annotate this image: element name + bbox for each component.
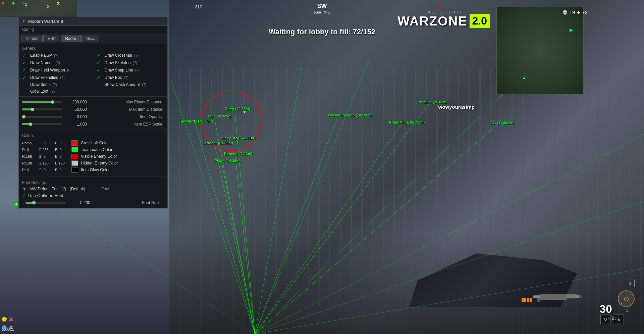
slider-track-fs[interactable]: [25, 202, 66, 204]
color-g-item-glow: G: 0: [39, 168, 54, 172]
slider-thumb-mid[interactable]: [31, 108, 34, 111]
colors-section: Colors R:255 G: 0 B: 0 Crosshair Color R…: [19, 132, 167, 175]
section-general-label: General: [19, 44, 167, 52]
swatch-item-glow[interactable]: [71, 167, 78, 173]
tab-aimbot[interactable]: Aimbot: [21, 35, 43, 42]
slider-thumb-io[interactable]: [22, 115, 25, 118]
game-scene: [169, 0, 644, 334]
option-draw-snap-line: ✓ Draw Snap Line (?): [93, 66, 168, 74]
option-draw-crosshair: ✓ Draw Crosshair (?): [93, 52, 168, 59]
label-glow-loot: Glow Loot: [30, 89, 48, 94]
slider-label-fs: Font Size: [93, 200, 161, 205]
hint-draw-names: (?): [55, 61, 60, 65]
color-r-teammates: R: 0: [22, 148, 37, 152]
slider-label-io: Item Opacity: [90, 114, 164, 119]
slider-value-fs: 0.230: [68, 200, 90, 205]
slider-track-io[interactable]: [22, 116, 62, 118]
slider-label-ies: Item ESP Scale: [90, 122, 164, 127]
slider-value-mid: 50.000: [65, 107, 87, 112]
swatch-hidden-enemy[interactable]: [71, 160, 78, 166]
slider-max-item-dist: 50.000 Max Item Distance: [19, 106, 167, 113]
slider-value-mpd: 200.000: [65, 100, 87, 104]
font-name-display: MW Default Font 12pt (Default): [30, 187, 85, 191]
check-draw-box: ✓: [97, 75, 103, 80]
font-settings-title: Font Settings: [22, 180, 164, 185]
slider-font-size: 0.230 Font Size: [22, 199, 164, 206]
color-row-crosshair: R:255 G: 0 B: 0 Crosshair Color: [22, 140, 164, 146]
outline-row: ✓ Use Outlined Font: [22, 192, 164, 199]
panel-title: Modern Warfare II: [28, 19, 63, 24]
slider-track-ies[interactable]: [22, 123, 62, 125]
options-col-left: ✓ Enable ESP (?) ✓ Draw Names (?) ✓ Draw…: [19, 52, 93, 95]
slider-track-mpd[interactable]: [22, 101, 62, 103]
color-b-item-glow: B: 0: [55, 168, 70, 172]
color-b-visible-enemy: B: 0: [55, 154, 70, 158]
hint-enable-esp: (?): [54, 53, 58, 57]
hint-draw-held-weapon: (?): [67, 68, 71, 72]
font-settings-section: Font Settings ▼ MW Default Font 12pt (De…: [19, 179, 167, 208]
slider-thumb-mpd[interactable]: [51, 100, 54, 104]
options-col-right: ✓ Draw Crosshair (?) ✓ Draw Skeleton (?)…: [93, 52, 168, 95]
color-name-visible-enemy: Visible Enemy Color: [81, 154, 117, 159]
swatch-teammates[interactable]: [71, 147, 78, 152]
hint-draw-snap-line: (?): [135, 68, 140, 72]
check-enable-esp: ✓: [22, 53, 28, 58]
slider-fill-mpd: [22, 101, 52, 103]
slider-label-mid: Max Item Distance: [90, 107, 164, 112]
tab-misc[interactable]: Misc.: [81, 35, 99, 42]
check-draw-snap-line: ✓: [97, 67, 103, 73]
check-draw-friendlies: ✓: [22, 75, 28, 80]
color-r-crosshair: R:255: [22, 141, 37, 145]
options-columns: ✓ Enable ESP (?) ✓ Draw Names (?) ✓ Draw…: [19, 52, 167, 95]
panel-title-bar: ▼ Modern Warfare II: [19, 17, 167, 26]
label-draw-crosshair: Draw Crosshair: [105, 53, 132, 58]
slider-thumb-fs[interactable]: [32, 201, 36, 204]
color-name-hidden-enemy: Hidden Enemy Color: [81, 161, 118, 165]
color-r-visible-enemy: R:198: [22, 154, 37, 158]
slider-label-mpd: Max Player Distance: [90, 100, 164, 104]
ground-overlay: [169, 233, 644, 334]
swatch-visible-enemy[interactable]: [71, 154, 78, 159]
color-name-crosshair: Crosshair Color: [81, 141, 109, 145]
option-enable-esp: ✓ Enable ESP (?): [19, 52, 93, 59]
color-r-hidden-enemy: R:198: [22, 161, 37, 165]
option-draw-box: ✓ Draw Box (?): [93, 74, 168, 81]
slider-track-mid[interactable]: [22, 108, 62, 110]
check-outlined-font: ✓: [22, 193, 26, 198]
option-draw-held-weapon: ✓ Draw Held Weapon (?): [19, 66, 93, 74]
color-b-teammates: B: 0: [55, 148, 70, 152]
tab-radar[interactable]: Radar: [61, 35, 80, 42]
font-dropdown-arrow: ▼: [22, 186, 27, 192]
color-g-teammates: G:255: [39, 148, 54, 152]
label-draw-items: Draw Items: [30, 82, 51, 87]
option-draw-friendlies: ✓ Draw Friendlies (?): [19, 74, 93, 81]
slider-value-ies: 1.000: [65, 122, 87, 127]
slider-item-esp-scale: 1.000 Item ESP Scale: [19, 121, 167, 128]
hint-draw-skeleton: (?): [133, 61, 137, 65]
color-row-visible-enemy: R:198 G: 0 B: 0 Visible Enemy Color: [22, 153, 164, 160]
config-panel: ▼ Modern Warfare II Config Aimbot ESP Ra…: [18, 17, 168, 208]
hint-glow-loot: (?): [50, 89, 55, 93]
color-r-item-glow: R: 0: [22, 168, 37, 172]
colors-title: Colors: [22, 133, 164, 138]
hint-draw-crosshair: (?): [134, 53, 139, 57]
swatch-crosshair[interactable]: [71, 140, 78, 146]
slider-thumb-ies[interactable]: [29, 123, 32, 126]
check-draw-crosshair: ✓: [97, 53, 103, 58]
option-draw-items: Draw Items (?): [19, 81, 93, 88]
panel-arrow-icon: ▼: [22, 19, 25, 23]
label-draw-friendlies: Draw Friendlies: [30, 75, 58, 80]
slider-item-opacity: 0.000 Item Opacity: [19, 113, 167, 121]
label-draw-box: Draw Box: [105, 75, 122, 80]
color-row-item-glow: R: 0 G: 0 B: 0 Item Glow Color: [22, 166, 164, 173]
label-draw-skeleton: Draw Skeleton: [105, 60, 131, 65]
check-draw-skeleton: ✓: [97, 60, 103, 65]
label-outlined-font: Use Outlined Font: [28, 193, 63, 198]
font-label: Font: [101, 187, 109, 191]
option-draw-skeleton: ✓ Draw Skeleton (?): [93, 59, 168, 66]
tab-esp[interactable]: ESP: [43, 35, 60, 42]
label-show-cash: Show Cash Amount: [105, 82, 140, 87]
font-dropdown-row: ▼ MW Default Font 12pt (Default) Font: [22, 186, 164, 192]
hint-show-cash: (?): [142, 83, 146, 87]
label-draw-names: Draw Names: [30, 60, 53, 65]
